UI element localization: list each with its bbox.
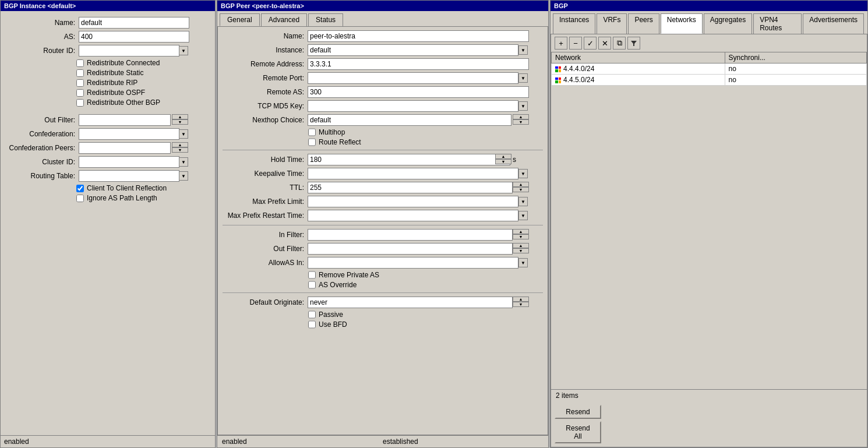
redistribute-static-label: Redistribute Static [87,69,143,77]
remote-port-input[interactable] [308,72,518,84]
in-filter-up[interactable]: ▲ [513,229,529,234]
hold-time-down[interactable]: ▼ [495,159,511,164]
redistribute-ospf-label: Redistribute OSPF [87,89,145,97]
peer-instance-input[interactable] [308,44,518,56]
remote-port-arrow[interactable]: ▼ [518,73,528,83]
filter-button[interactable] [627,37,640,50]
remove-private-as-label: Remove Private AS [319,271,379,279]
network-icon [555,77,561,83]
max-prefix-input[interactable] [308,196,518,207]
tab-vrfs[interactable]: VRFs [597,13,627,34]
ignore-as-path-checkbox[interactable] [76,195,84,202]
as-input[interactable] [79,31,189,43]
confederation-peers-input[interactable] [79,142,171,154]
table-row[interactable]: 4.4.4.0/24no [552,64,867,75]
routing-table-arrow[interactable]: ▼ [179,171,188,181]
hold-time-input[interactable] [308,154,510,165]
tab-general[interactable]: General [220,13,260,26]
bgp-instance-panel: BGP Instance <default> Name: AS: Router … [0,0,216,448]
redistribute-other-bgp-checkbox[interactable] [76,99,84,107]
cluster-id-input[interactable] [79,156,179,168]
tab-advanced[interactable]: Advanced [261,13,307,26]
redistribute-rip-checkbox[interactable] [76,79,84,87]
hold-time-suffix: s [513,156,516,164]
default-originate-input[interactable] [308,297,513,308]
use-bfd-checkbox[interactable] [308,320,316,329]
allow-as-in-input[interactable] [308,257,518,269]
route-reflect-checkbox[interactable] [308,138,316,146]
resend-all-button[interactable]: Resend All [555,421,601,443]
nexthop-up[interactable]: ▲ [513,114,529,119]
redistribute-ospf-checkbox[interactable] [76,89,84,97]
bgp-right-panel: BGP Instances VRFs Peers Networks Aggreg… [550,0,868,448]
max-prefix-label: Max Prefix Limit: [223,197,304,206]
peer-instance-arrow[interactable]: ▼ [518,45,528,55]
peer-name-input[interactable] [308,30,529,42]
peer-out-filter-input[interactable] [308,243,513,255]
resend-button[interactable]: Resend [555,405,601,419]
multihop-checkbox[interactable] [308,128,316,136]
tab-aggregates[interactable]: Aggregates [704,13,752,34]
in-filter-input[interactable] [308,229,513,241]
confederation-input[interactable] [79,128,179,140]
tab-status[interactable]: Status [308,13,343,26]
router-id-input[interactable] [79,45,179,57]
networks-table-container: Network Synchroni... 4.4.4.0/24no4.4.5.0… [551,52,867,389]
routing-table-label: Routing Table: [5,172,75,180]
remote-as-input[interactable] [308,86,529,98]
table-row[interactable]: 4.4.5.0/24no [552,75,867,86]
nexthop-down[interactable]: ▼ [513,119,529,125]
router-id-arrow[interactable]: ▼ [179,46,188,55]
routing-table-input[interactable] [79,170,179,182]
max-prefix-restart-arrow[interactable]: ▼ [518,211,528,220]
remove-button[interactable]: − [569,37,582,50]
redistribute-connected-checkbox[interactable] [76,59,84,67]
cluster-id-arrow[interactable]: ▼ [179,157,188,167]
tab-advertisements[interactable]: Advertisements [803,13,864,34]
as-override-label: AS Override [319,281,357,289]
synchronize-cell: no [725,64,866,75]
tab-networks[interactable]: Networks [661,13,703,34]
max-prefix-restart-input[interactable] [308,210,518,221]
nexthop-choice-input[interactable] [308,114,511,126]
ttl-down[interactable]: ▼ [513,187,529,192]
allow-as-in-arrow[interactable]: ▼ [518,258,528,267]
keepalive-input[interactable] [308,168,518,179]
out-filter-up[interactable]: ▲ [172,114,188,119]
tcp-md5-input[interactable] [308,100,518,112]
max-prefix-arrow[interactable]: ▼ [518,197,528,206]
copy-button[interactable]: ⧉ [613,37,626,50]
redistribute-static-checkbox[interactable] [76,69,84,77]
name-input[interactable] [79,17,189,29]
middle-status-left: enabled [222,438,383,446]
default-originate-up[interactable]: ▲ [513,297,529,302]
confederation-arrow[interactable]: ▼ [179,129,188,139]
conf-peers-down[interactable]: ▼ [172,147,188,153]
out-filter-input[interactable] [79,114,171,126]
remote-address-input[interactable] [308,58,529,70]
peer-out-filter-label: Out Filter: [223,245,304,253]
x-button[interactable]: ✕ [598,37,611,50]
tcp-md5-arrow[interactable]: ▼ [518,101,528,111]
col-synchronize[interactable]: Synchroni... [725,52,866,64]
check-button[interactable]: ✓ [584,37,597,50]
ttl-up[interactable]: ▲ [513,182,529,187]
as-override-checkbox[interactable] [308,281,316,289]
in-filter-down[interactable]: ▼ [513,234,529,239]
ttl-input[interactable] [308,182,513,193]
conf-peers-up[interactable]: ▲ [172,142,188,147]
remove-private-as-checkbox[interactable] [308,271,316,279]
keepalive-arrow[interactable]: ▼ [518,169,528,178]
add-button[interactable]: + [555,37,567,50]
default-originate-down[interactable]: ▼ [513,302,529,307]
tab-peers[interactable]: Peers [628,13,659,34]
hold-time-up[interactable]: ▲ [495,154,511,159]
passive-checkbox[interactable] [308,311,316,319]
out-filter-down[interactable]: ▼ [172,119,188,125]
tab-vpn4-routes[interactable]: VPN4 Routes [753,13,802,34]
peer-out-filter-up[interactable]: ▲ [513,243,529,248]
tab-instances[interactable]: Instances [553,13,595,34]
col-network[interactable]: Network [552,52,725,64]
client-to-client-checkbox[interactable] [76,185,84,192]
peer-out-filter-down[interactable]: ▼ [513,248,529,253]
